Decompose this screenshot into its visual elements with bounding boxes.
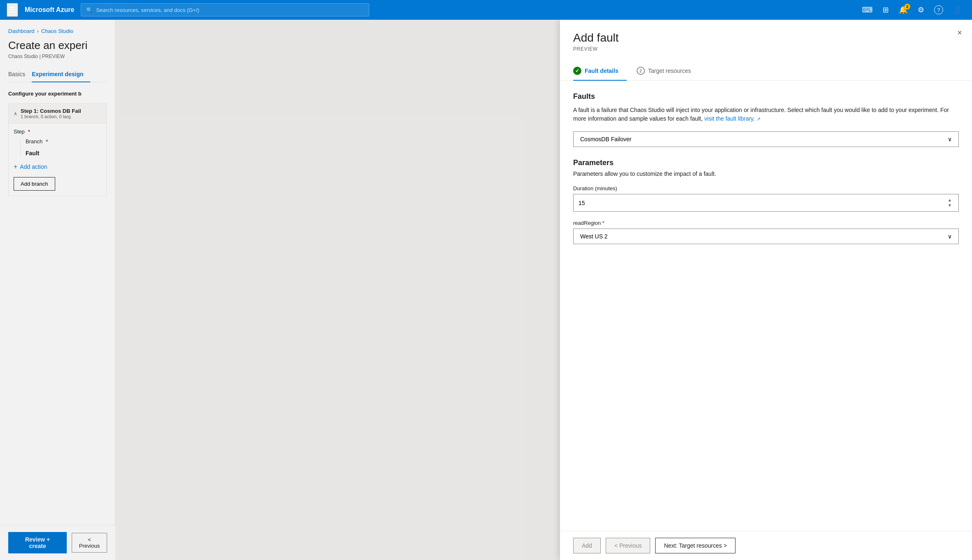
notifications-badge: 2 xyxy=(904,4,910,9)
duration-value: 15 xyxy=(579,200,585,206)
target-resources-num-icon: 2 xyxy=(637,67,645,75)
search-bar[interactable]: 🔍 Search resources, services, and docs (… xyxy=(81,3,369,16)
duration-label: Duration (minutes) xyxy=(573,185,959,191)
duration-spinners[interactable]: ▲ ▼ xyxy=(946,198,953,208)
overlay-dim xyxy=(0,20,560,560)
panel-next-button[interactable]: Next: Target resources > xyxy=(655,538,735,553)
fault-type-dropdown[interactable]: CosmosDB Failover ∨ xyxy=(573,131,959,147)
fault-library-link-text: visit the fault library. xyxy=(704,115,755,122)
add-fault-panel: × Add fault PREVIEW ✓ Fault details 2 Ta… xyxy=(560,20,972,560)
panel-footer: Add < Previous Next: Target resources > xyxy=(560,531,972,560)
duration-input-wrapper: 15 ▲ ▼ xyxy=(573,194,959,212)
panel-tab-bar: ✓ Fault details 2 Target resources xyxy=(560,62,972,81)
duration-increment-button[interactable]: ▲ xyxy=(946,198,953,203)
account-icon: 👤 xyxy=(953,5,962,14)
help-button[interactable]: ? xyxy=(931,4,946,16)
panel-tab-fault-details[interactable]: ✓ Fault details xyxy=(573,62,627,81)
panel-tab-target-resources-label: Target resources xyxy=(648,68,691,74)
faults-section-description: A fault is a failure that Chaos Studio w… xyxy=(573,106,959,123)
panel-tab-fault-details-label: Fault details xyxy=(585,68,618,74)
faults-section-title: Faults xyxy=(573,92,959,101)
parameters-section-title: Parameters xyxy=(573,159,959,167)
read-region-label: readRegion * xyxy=(573,220,959,226)
external-link-icon: ↗ xyxy=(757,116,761,122)
panel-previous-button[interactable]: < Previous xyxy=(606,538,651,553)
notifications-button[interactable]: 🔔 2 xyxy=(895,4,911,16)
fault-dropdown-value: CosmosDB Failover xyxy=(580,136,631,142)
panel-header: × Add fault PREVIEW xyxy=(560,20,972,62)
panel-body: Faults A fault is a failure that Chaos S… xyxy=(560,81,972,531)
panel-preview-label: PREVIEW xyxy=(573,46,959,52)
search-icon: 🔍 xyxy=(86,7,93,13)
panel-close-button[interactable]: × xyxy=(957,28,962,37)
settings-icon: ⚙ xyxy=(918,5,924,14)
portal-icon: ⊞ xyxy=(883,5,889,14)
account-button[interactable]: 👤 xyxy=(950,4,965,16)
cloud-shell-button[interactable]: ⌨ xyxy=(859,4,876,16)
azure-logo-title: Microsoft Azure xyxy=(25,6,74,14)
fault-details-check-icon: ✓ xyxy=(573,67,581,75)
read-region-dropdown[interactable]: West US 2 ∨ xyxy=(573,229,959,244)
help-icon: ? xyxy=(934,5,943,14)
read-region-chevron-icon: ∨ xyxy=(948,233,952,240)
duration-decrement-button[interactable]: ▼ xyxy=(946,203,953,208)
settings-button[interactable]: ⚙ xyxy=(914,4,927,16)
panel-add-button[interactable]: Add xyxy=(573,538,601,553)
topbar: ☰ Microsoft Azure 🔍 Search resources, se… xyxy=(0,0,972,20)
read-region-required-star: * xyxy=(602,220,604,226)
portal-settings-button[interactable]: ⊞ xyxy=(879,4,892,16)
panel-tab-target-resources[interactable]: 2 Target resources xyxy=(637,62,699,81)
search-placeholder: Search resources, services, and docs (G+… xyxy=(96,7,199,13)
fault-dropdown-chevron-icon: ∨ xyxy=(948,136,952,142)
fault-library-link[interactable]: visit the fault library. ↗ xyxy=(704,115,761,122)
topbar-icons: ⌨ ⊞ 🔔 2 ⚙ ? 👤 xyxy=(859,4,965,16)
panel-title: Add fault xyxy=(573,31,959,44)
hamburger-menu-icon[interactable]: ☰ xyxy=(7,3,18,17)
parameters-section-description: Parameters allow you to customize the im… xyxy=(573,170,959,177)
read-region-value: West US 2 xyxy=(580,233,608,240)
cloud-shell-icon: ⌨ xyxy=(862,5,873,14)
